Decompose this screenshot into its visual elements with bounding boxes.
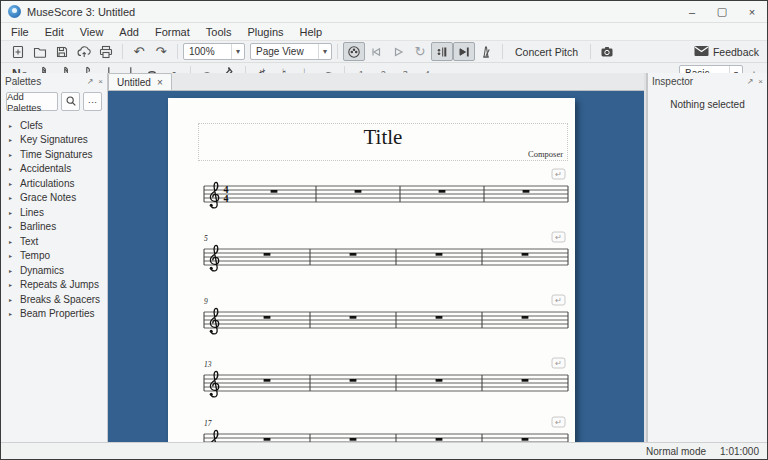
menu-item-view[interactable]: View xyxy=(72,26,112,38)
rewind-button[interactable] xyxy=(365,42,387,61)
system-break-marker[interactable]: ↵ xyxy=(552,232,565,242)
open-file-button[interactable] xyxy=(29,42,51,61)
palette-item-tempo[interactable]: ▸Tempo xyxy=(1,249,107,264)
palettes-more-button[interactable]: ··· xyxy=(83,92,102,111)
score-system-5[interactable]: 17↵ xyxy=(168,412,575,442)
maximize-button[interactable]: ▢ xyxy=(707,1,737,22)
expand-arrow-icon[interactable]: ▸ xyxy=(9,252,20,259)
float-panel-icon[interactable]: ↗ xyxy=(747,77,754,86)
search-palettes-button[interactable] xyxy=(61,92,80,111)
treble-clef[interactable] xyxy=(210,430,219,442)
image-capture-button[interactable] xyxy=(596,42,618,61)
whole-rest[interactable] xyxy=(436,253,443,256)
midi-input-toggle[interactable] xyxy=(343,42,365,61)
palette-item-key-signatures[interactable]: ▸Key Signatures xyxy=(1,133,107,148)
whole-rest[interactable] xyxy=(350,253,357,256)
whole-rest[interactable] xyxy=(522,316,529,319)
system-break-marker[interactable]: ↵ xyxy=(552,169,565,179)
score-composer[interactable]: Composer xyxy=(528,149,563,159)
expand-arrow-icon[interactable]: ▸ xyxy=(9,151,20,158)
play-repeats-toggle[interactable] xyxy=(431,42,453,61)
tab-close-icon[interactable]: × xyxy=(157,77,163,88)
palette-item-breaks-spacers[interactable]: ▸Breaks & Spacers xyxy=(1,292,107,307)
feedback-button[interactable]: Feedback xyxy=(694,45,761,59)
title-frame[interactable]: Title Composer xyxy=(198,123,568,161)
score-page[interactable]: Title Composer 44↵5↵9↵13↵17↵ xyxy=(168,98,575,442)
expand-arrow-icon[interactable]: ▸ xyxy=(9,180,20,187)
expand-arrow-icon[interactable]: ▸ xyxy=(9,238,20,245)
whole-rest[interactable] xyxy=(436,316,443,319)
close-panel-icon[interactable]: × xyxy=(758,77,763,86)
whole-rest[interactable] xyxy=(264,316,271,319)
menu-item-edit[interactable]: Edit xyxy=(37,26,72,38)
whole-rest[interactable] xyxy=(523,190,530,193)
menu-item-format[interactable]: Format xyxy=(147,26,198,38)
score-system-3[interactable]: 9↵ xyxy=(168,290,575,340)
expand-arrow-icon[interactable]: ▸ xyxy=(9,223,20,230)
expand-arrow-icon[interactable]: ▸ xyxy=(9,122,20,129)
print-button[interactable] xyxy=(95,42,117,61)
expand-arrow-icon[interactable]: ▸ xyxy=(9,310,20,317)
expand-arrow-icon[interactable]: ▸ xyxy=(9,267,20,274)
whole-rest[interactable] xyxy=(271,190,278,193)
whole-rest[interactable] xyxy=(350,316,357,319)
save-button[interactable] xyxy=(51,42,73,61)
palette-item-barlines[interactable]: ▸Barlines xyxy=(1,220,107,235)
whole-rest[interactable] xyxy=(436,379,443,382)
expand-arrow-icon[interactable]: ▸ xyxy=(9,296,20,303)
palette-item-repeats-jumps[interactable]: ▸Repeats & Jumps xyxy=(1,278,107,293)
menu-item-tools[interactable]: Tools xyxy=(198,26,240,38)
whole-rest[interactable] xyxy=(522,379,529,382)
palette-item-beam-properties[interactable]: ▸Beam Properties xyxy=(1,307,107,322)
palette-item-articulations[interactable]: ▸Articulations xyxy=(1,176,107,191)
minimize-button[interactable]: – xyxy=(677,1,707,22)
palette-item-text[interactable]: ▸Text xyxy=(1,234,107,249)
palette-item-dynamics[interactable]: ▸Dynamics xyxy=(1,263,107,278)
tab-untitled[interactable]: Untitled × xyxy=(108,73,172,90)
whole-rest[interactable] xyxy=(350,379,357,382)
float-panel-icon[interactable]: ↗ xyxy=(87,77,94,86)
expand-arrow-icon[interactable]: ▸ xyxy=(9,136,20,143)
zoom-select[interactable]: 100% ▾ xyxy=(183,43,245,60)
time-signature-denominator[interactable]: 4 xyxy=(224,193,229,204)
undo-button[interactable]: ↶ xyxy=(128,42,150,61)
close-button[interactable]: × xyxy=(737,1,767,22)
menu-item-file[interactable]: File xyxy=(3,26,37,38)
whole-rest[interactable] xyxy=(522,438,529,441)
add-palettes-button[interactable]: Add Palettes xyxy=(6,92,58,111)
palette-item-time-signatures[interactable]: ▸Time Signatures xyxy=(1,147,107,162)
whole-rest[interactable] xyxy=(350,438,357,441)
pan-score-toggle[interactable] xyxy=(453,42,475,61)
palette-item-lines[interactable]: ▸Lines xyxy=(1,205,107,220)
whole-rest[interactable] xyxy=(439,190,446,193)
palette-item-accidentals[interactable]: ▸Accidentals xyxy=(1,162,107,177)
expand-arrow-icon[interactable]: ▸ xyxy=(9,165,20,172)
menu-item-help[interactable]: Help xyxy=(292,26,331,38)
whole-rest[interactable] xyxy=(522,253,529,256)
play-button[interactable] xyxy=(387,42,409,61)
expand-arrow-icon[interactable]: ▸ xyxy=(9,194,20,201)
score-canvas[interactable]: Title Composer 44↵5↵9↵13↵17↵ xyxy=(108,91,644,442)
redo-button[interactable]: ↷ xyxy=(150,42,172,61)
palette-item-clefs[interactable]: ▸Clefs xyxy=(1,118,107,133)
save-online-button[interactable] xyxy=(73,42,95,61)
metronome-toggle[interactable] xyxy=(475,42,497,61)
whole-rest[interactable] xyxy=(264,438,271,441)
palette-item-grace-notes[interactable]: ▸Grace Notes xyxy=(1,191,107,206)
menu-item-plugins[interactable]: Plugins xyxy=(239,26,291,38)
whole-rest[interactable] xyxy=(264,253,271,256)
view-mode-select[interactable]: Page View ▾ xyxy=(250,43,332,60)
whole-rest[interactable] xyxy=(436,438,443,441)
whole-rest[interactable] xyxy=(355,190,362,193)
new-score-button[interactable] xyxy=(7,42,29,61)
close-panel-icon[interactable]: × xyxy=(98,77,103,86)
concert-pitch-toggle[interactable]: Concert Pitch xyxy=(508,42,585,61)
score-title[interactable]: Title xyxy=(199,125,567,150)
system-break-marker[interactable]: ↵ xyxy=(552,358,565,368)
expand-arrow-icon[interactable]: ▸ xyxy=(9,281,20,288)
system-break-marker[interactable]: ↵ xyxy=(552,417,565,427)
system-break-marker[interactable]: ↵ xyxy=(552,295,565,305)
loop-playback-button[interactable]: ↻ xyxy=(409,42,431,61)
menu-item-add[interactable]: Add xyxy=(111,26,147,38)
score-system-1[interactable]: 44↵ xyxy=(168,164,575,214)
